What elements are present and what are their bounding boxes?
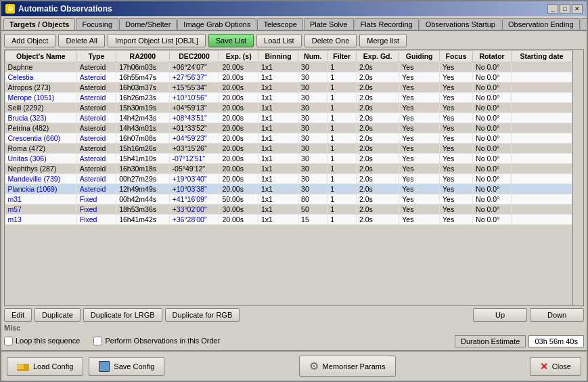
maximize-button[interactable]: □ [560,4,570,14]
table-row[interactable]: m31Fixed00h42m44s+41°16'09"50.00s1x18012… [5,194,572,205]
table-row[interactable]: m57Fixed18h53m36s+33°02'00"30.00s1x15012… [5,205,572,215]
table-row[interactable]: Unitas (306)Asteroid15h41m10s-07°12'51"2… [5,154,572,164]
gear-icon: ⚙ [309,360,319,373]
table-wrapper[interactable]: Object's Name Type RA2000 DEC2000 Exp. (… [5,50,572,305]
col-header-focus: Focus [440,51,473,62]
delete-all-button[interactable]: Delete All [58,34,104,47]
window-title: Automatic Observations [18,4,112,14]
loop-sequence-checkbox[interactable] [4,337,13,345]
save-config-label: Save Config [114,362,154,370]
perform-order-label: Perform Observations in this Order [105,337,220,345]
duration-row: Duration Estimate 03h 56m 40s [455,335,584,347]
perform-order-checkbox[interactable] [93,337,102,345]
delete-one-button[interactable]: Delete One [304,34,357,47]
object-table-container: Object's Name Type RA2000 DEC2000 Exp. (… [4,49,584,306]
col-header-num: Num. [298,51,327,62]
misc-section: Misc Loop this sequence Perform Observat… [4,324,584,347]
save-config-button[interactable]: Save Config [89,357,164,376]
tab-dome-shelter[interactable]: Dome/Shelter [119,18,177,30]
table-row[interactable]: Planckia (1069)Asteroid12h49m49s+10°03'3… [5,184,572,194]
close-label: Close [552,362,571,370]
tab-bar: Targets / Objects Focusing Dome/Shelter … [1,16,587,31]
duration-estimate-label: Duration Estimate [455,335,526,347]
main-content: Add Object Delete All Import Object List… [1,31,587,350]
col-header-dec: DEC2000 [169,51,219,62]
col-header-start: Starting date [512,51,572,62]
tab-plate-solve[interactable]: Plate Solve [304,18,354,30]
loop-sequence-item: Loop this sequence [4,337,80,345]
table-row[interactable]: Merope (1051)Asteroid16h26m23s+10°10'56"… [5,93,572,103]
checkbox-row: Loop this sequence Perform Observations … [4,337,220,345]
duplicate-button[interactable]: Duplicate [35,308,81,322]
duplicate-lrgb-button[interactable]: Duplicate for LRGB [83,308,162,322]
col-header-binning: Binning [258,51,298,62]
close-button-bottom[interactable]: ✕ Close [530,357,581,376]
load-list-button[interactable]: Load List [256,34,302,47]
edit-button[interactable]: Edit [4,308,32,322]
table-row[interactable]: Brucia (323)Asteroid14h42m43s+08°43'51"2… [5,113,572,123]
app-icon: ⚙ [5,4,15,14]
load-config-label: Load Config [33,362,73,370]
scrollbar[interactable] [572,50,583,305]
col-header-expgd: Exp. Gd. [356,51,399,62]
loop-sequence-label: Loop this sequence [16,337,80,345]
col-header-type: Type [76,51,116,62]
table-row[interactable]: Crescentia (660)Asteroid16h07m08s+04°59'… [5,133,572,144]
table-row[interactable]: DaphneAsteroid17h06m03s+06°24'07"20.00s1… [5,62,572,72]
tab-flats-recording[interactable]: Flats Recording [355,18,419,30]
up-button[interactable]: Up [473,308,527,322]
tab-observations-startup[interactable]: Observations Startup [420,18,501,30]
memoriser-params-button[interactable]: ⚙ Memoriser Params [299,356,396,377]
objects-table: Object's Name Type RA2000 DEC2000 Exp. (… [5,50,572,225]
misc-label: Misc [4,324,584,332]
load-config-button[interactable]: Load Config [7,357,83,376]
table-row[interactable]: Petrina (482)Asteroid14h43m01s+01°33'52"… [5,123,572,133]
main-window: ⚙ Automatic Observations _ □ ✕ Targets /… [0,0,588,382]
title-bar: ⚙ Automatic Observations _ □ ✕ [1,1,587,16]
tab-error-mgt[interactable]: Error mgt. [581,18,587,30]
merge-list-button[interactable]: Merge list [359,34,407,47]
table-row[interactable]: Seili (2292)Asteroid15h30m19s+04°59'13"2… [5,103,572,113]
add-object-button[interactable]: Add Object [4,34,55,47]
table-row[interactable]: Atropos (273)Asteroid16h03m37s+15°55'34"… [5,83,572,93]
tab-telescope[interactable]: Telescope [257,18,303,30]
close-button[interactable]: ✕ [572,4,583,14]
table-row[interactable]: CelestiaAsteroid16h55m47s+27°56'37"20.00… [5,72,572,83]
tab-observation-ending[interactable]: Observation Ending [502,18,580,30]
close-x-icon: ✕ [540,361,548,372]
save-list-button[interactable]: Save List [208,34,254,47]
minimize-button[interactable]: _ [547,4,558,14]
col-header-rotator: Rotator [473,51,512,62]
col-header-guiding: Guiding [399,51,440,62]
tab-focusing[interactable]: Focusing [76,18,118,30]
import-object-button[interactable]: Import Object List [OBJL] [108,34,206,47]
col-header-exp: Exp. (s) [219,51,258,62]
perform-order-item: Perform Observations in this Order [93,337,220,345]
load-config-icon [17,362,29,371]
save-config-icon [99,361,110,372]
memoriser-params-label: Memoriser Params [323,362,386,370]
table-row[interactable]: m13Fixed16h41m42s+36°28'00"20.00s1x11512… [5,215,572,225]
toolbar: Add Object Delete All Import Object List… [4,34,584,47]
col-header-name: Object's Name [5,51,77,62]
tab-image-grab[interactable]: Image Grab Options [177,18,256,30]
bottom-bar: Load Config Save Config ⚙ Memoriser Para… [1,350,587,381]
duration-value: 03h 56m 40s [528,335,584,347]
table-row[interactable]: Mandeville (739)Asteroid00h27m29s+19°03'… [5,174,572,184]
down-button[interactable]: Down [530,308,584,322]
table-row[interactable]: Nephthys (287)Asteroid16h30m18s-05°49'12… [5,164,572,174]
action-buttons: Edit Duplicate Duplicate for LRGB Duplic… [4,308,584,322]
col-header-ra: RA2000 [116,51,169,62]
duplicate-rgb-button[interactable]: Duplicate for RGB [165,308,240,322]
col-header-filter: Filter [327,51,357,62]
title-controls: _ □ ✕ [547,4,583,14]
tab-targets-objects[interactable]: Targets / Objects [3,18,75,31]
table-row[interactable]: Roma (472)Asteroid15h16m26s+03°15'26"20.… [5,144,572,154]
